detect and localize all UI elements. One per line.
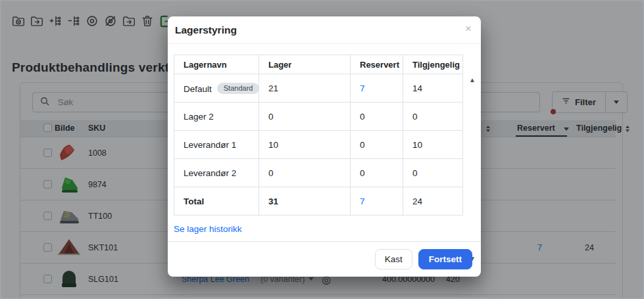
modal-title: Lagerstyring xyxy=(175,24,237,36)
inventory-table-header: Lagernavn Lager Reservert Tilgjengelig xyxy=(174,55,463,74)
warehouse-name: DefaultStandard xyxy=(174,74,259,103)
history-link[interactable]: Se lager historikk xyxy=(174,224,242,234)
continue-button[interactable]: Fortsett xyxy=(418,249,472,269)
inventory-row: Leverandør 2 0 0 0 xyxy=(174,159,463,187)
inventory-modal: Lagerstyring × Lagernavn Lager Reservert… xyxy=(168,16,481,277)
inventory-row: DefaultStandard 21 7 14 xyxy=(174,74,463,103)
reservert-value: 0 xyxy=(351,103,403,131)
modal-footer: Kast Fortsett xyxy=(168,241,481,277)
warehouse-name: Leverandør 2 xyxy=(174,159,259,187)
app-window: Produktbehandlings verktøy Filter xyxy=(0,0,644,299)
inventory-row: Lager 2 0 0 0 xyxy=(174,103,463,131)
col-lager: Lager xyxy=(259,55,351,74)
modal-header: Lagerstyring × xyxy=(168,16,481,44)
inventory-total-row: Total 31 7 24 xyxy=(174,187,463,216)
lager-value: 0 xyxy=(259,103,351,131)
warehouse-name: Lager 2 xyxy=(174,103,259,131)
lager-value: 10 xyxy=(259,131,351,159)
reservert-link[interactable]: 7 xyxy=(351,74,403,103)
tilgjengelig-value: 10 xyxy=(403,131,463,159)
reservert-value: 0 xyxy=(351,131,403,159)
total-reservert-link[interactable]: 7 xyxy=(351,187,403,216)
lager-value: 21 xyxy=(259,74,351,103)
standard-badge: Standard xyxy=(217,83,259,94)
total-tilgjengelig: 24 xyxy=(403,187,463,216)
reservert-value: 0 xyxy=(351,159,403,187)
col-lagernavn: Lagernavn xyxy=(174,55,259,74)
tilgjengelig-value: 14 xyxy=(403,74,463,103)
warehouse-name: Leverandør 1 xyxy=(174,131,259,159)
total-lager: 31 xyxy=(259,187,351,216)
col-tilgjengelig: Tilgjengelig xyxy=(403,55,463,74)
scroll-up-icon[interactable]: ▲ xyxy=(469,77,476,83)
total-label: Total xyxy=(174,187,259,216)
close-icon[interactable]: × xyxy=(465,23,472,34)
modal-body: Lagernavn Lager Reservert Tilgjengelig D… xyxy=(168,44,481,235)
lager-value: 0 xyxy=(259,159,351,187)
discard-button[interactable]: Kast xyxy=(375,249,412,269)
col-reservert: Reservert xyxy=(351,55,403,74)
inventory-row: Leverandør 1 10 0 10 xyxy=(174,131,463,159)
tilgjengelig-value: 0 xyxy=(403,103,463,131)
inventory-table: Lagernavn Lager Reservert Tilgjengelig D… xyxy=(174,55,463,216)
tilgjengelig-value: 0 xyxy=(403,159,463,187)
